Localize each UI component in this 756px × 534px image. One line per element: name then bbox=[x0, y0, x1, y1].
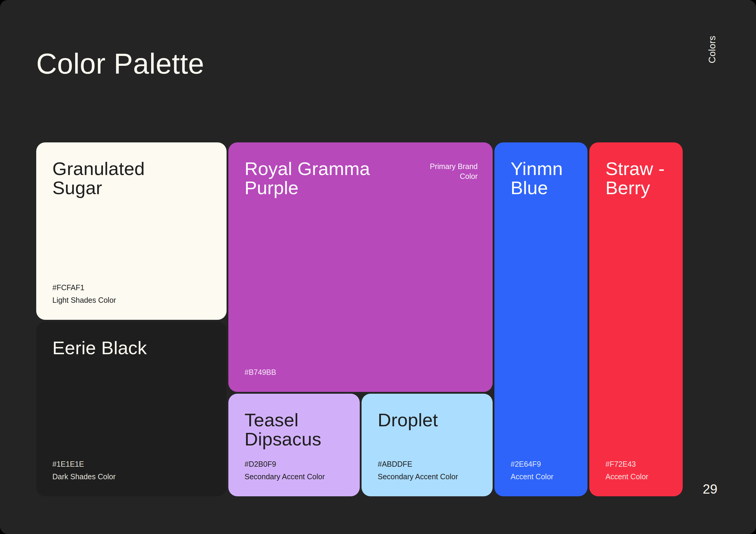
color-hex-code: #F72E43 bbox=[606, 459, 668, 469]
section-side-label: Colors bbox=[708, 36, 717, 64]
color-name: Royal Gramma Purple bbox=[245, 159, 370, 198]
palette-grid: Granulated Sugar #FCFAF1 Light Shades Co… bbox=[36, 143, 683, 496]
color-card-yinmn-blue: Yinmn Blue #2E64F9 Accent Color bbox=[495, 143, 587, 496]
color-card-teasel-dipsacus: Teasel Dipsacus #D2B0F9 Secondary Accent… bbox=[229, 394, 360, 496]
palette-column-4: Straw - Berry #F72E43 Accent Color bbox=[589, 143, 683, 496]
color-name: Eerie Black bbox=[52, 338, 212, 358]
color-hex-code: #1E1E1E bbox=[52, 459, 212, 469]
color-meta: #2E64F9 Accent Color bbox=[511, 459, 573, 482]
color-hex-code: #D2B0F9 bbox=[245, 459, 345, 469]
color-card-droplet: Droplet #ABDDFE Secondary Accent Color bbox=[362, 394, 493, 496]
color-meta: #FCFAF1 Light Shades Color bbox=[52, 282, 212, 306]
color-card-royal-gramma-purple: Royal Gramma Purple Primary Brand Color … bbox=[229, 143, 493, 392]
color-hex-code: #2E64F9 bbox=[511, 459, 573, 469]
color-name: Yinmn Blue bbox=[511, 159, 573, 198]
color-meta: #D2B0F9 Secondary Accent Color bbox=[245, 459, 345, 482]
color-role-label: Accent Color bbox=[511, 471, 573, 482]
color-name: Straw - Berry bbox=[606, 159, 668, 198]
color-role-label: Accent Color bbox=[606, 471, 668, 482]
color-meta: #F72E43 Accent Color bbox=[606, 459, 668, 482]
color-hex-code: #FCFAF1 bbox=[52, 282, 212, 293]
color-name: Droplet bbox=[378, 411, 478, 430]
color-role-label: Secondary Accent Color bbox=[245, 471, 345, 482]
secondary-accent-row: Teasel Dipsacus #D2B0F9 Secondary Accent… bbox=[229, 394, 493, 496]
slide-canvas: Color Palette Colors Granulated Sugar #F… bbox=[0, 0, 756, 534]
color-meta: #ABDDFE Secondary Accent Color bbox=[378, 459, 478, 482]
color-card-granulated-sugar: Granulated Sugar #FCFAF1 Light Shades Co… bbox=[36, 143, 227, 320]
color-hex-code: #ABDDFE bbox=[378, 459, 478, 469]
color-meta: #B749BB bbox=[245, 367, 478, 378]
primary-brand-badge: Primary Brand Color bbox=[430, 159, 478, 181]
palette-column-2: Royal Gramma Purple Primary Brand Color … bbox=[229, 143, 493, 496]
color-card-eerie-black: Eerie Black #1E1E1E Dark Shades Color bbox=[36, 322, 227, 496]
card-header: Royal Gramma Purple Primary Brand Color bbox=[245, 159, 478, 198]
color-role-label: Secondary Accent Color bbox=[378, 471, 478, 482]
page-number: 29 bbox=[703, 483, 717, 496]
color-card-straw-berry: Straw - Berry #F72E43 Accent Color bbox=[589, 143, 683, 496]
color-role-label: Light Shades Color bbox=[52, 295, 212, 306]
color-name: Granulated Sugar bbox=[52, 159, 212, 198]
palette-column-1: Granulated Sugar #FCFAF1 Light Shades Co… bbox=[36, 143, 227, 496]
color-name: Teasel Dipsacus bbox=[245, 411, 345, 449]
color-role-label: Dark Shades Color bbox=[52, 471, 212, 482]
palette-column-3: Yinmn Blue #2E64F9 Accent Color bbox=[495, 143, 587, 496]
color-meta: #1E1E1E Dark Shades Color bbox=[52, 459, 212, 482]
page-title: Color Palette bbox=[36, 49, 204, 78]
color-hex-code: #B749BB bbox=[245, 367, 478, 378]
